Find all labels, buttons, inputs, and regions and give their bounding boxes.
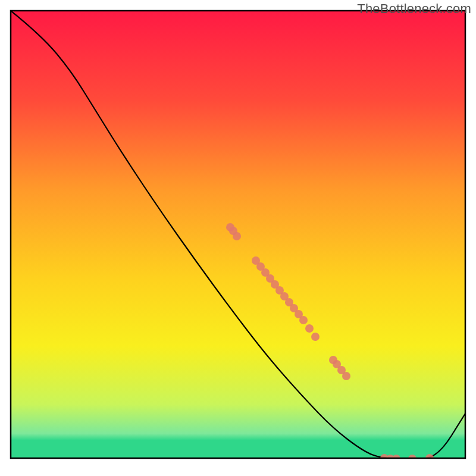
data-marker <box>342 372 350 380</box>
data-marker <box>305 324 314 333</box>
data-marker <box>311 333 320 341</box>
data-marker <box>299 316 308 324</box>
data-marker <box>233 232 241 240</box>
chart-svg <box>0 0 476 476</box>
watermark-text: TheBottleneck.com <box>357 1 471 17</box>
chart-canvas: TheBottleneck.com <box>0 0 476 476</box>
